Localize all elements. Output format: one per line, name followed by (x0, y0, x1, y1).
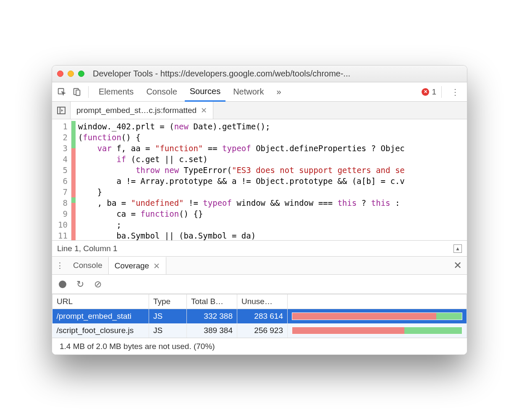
cursor-position: Line 1, Column 1 (57, 244, 118, 253)
cell-url: /prompt_embed_stati (52, 309, 149, 324)
cell-url: /script_foot_closure.js (52, 323, 149, 338)
drawer-tabs: ⋮ Console Coverage ✕ ✕ (52, 256, 467, 275)
device-toolbar-icon[interactable] (71, 86, 83, 98)
code-area[interactable]: window._402.prlt = (new Date).getTime();… (76, 119, 467, 240)
tab-network[interactable]: Network (228, 83, 269, 101)
separator (88, 86, 89, 98)
drawer-tab-label: Coverage (115, 261, 149, 270)
file-tab-label: prompt_embed_st…c.js:formatted (76, 106, 197, 115)
coverage-summary: 1.4 MB of 2.0 MB bytes are not used. (70… (52, 338, 467, 354)
table-row[interactable]: /script_foot_closure.jsJS389 384256 923 (52, 323, 467, 338)
coverage-marker (71, 132, 76, 143)
close-file-tab-icon[interactable]: ✕ (201, 106, 207, 115)
cell-unused: 283 614 (237, 309, 288, 324)
titlebar: Developer Tools - https://developers.goo… (52, 66, 467, 82)
error-icon (422, 88, 429, 96)
usage-bar (292, 312, 462, 320)
summary-text: 1.4 MB of 2.0 MB bytes are not used. (70… (60, 342, 215, 351)
error-count: 1 (432, 87, 436, 97)
coverage-toolbar: ↻ ⊘ (52, 275, 467, 294)
devtools-window: Developer Tools - https://developers.goo… (52, 65, 467, 355)
code-editor[interactable]: 1234567891011 window._402.prlt = (new Da… (52, 119, 467, 240)
line-number: 1 (58, 121, 70, 132)
editor-statusbar: Line 1, Column 1 ▲ (52, 240, 467, 256)
window-title: Developer Tools - https://developers.goo… (93, 69, 350, 79)
coverage-marker (71, 165, 76, 176)
main-toolbar: Elements Console Sources Network » 1 ⋮ (52, 82, 467, 102)
line-number: 6 (58, 176, 70, 186)
code-line[interactable]: ; (78, 219, 467, 230)
navigator-toggle-icon[interactable] (52, 102, 71, 119)
cell-type: JS (149, 323, 187, 338)
code-line[interactable]: , ba = "undefined" != typeof window && w… (78, 197, 467, 208)
close-window-button[interactable] (57, 71, 63, 77)
error-indicator[interactable]: 1 (422, 87, 436, 97)
code-line[interactable]: var f, aa = "function" == typeof Object.… (78, 143, 467, 154)
cell-type: JS (149, 309, 187, 324)
coverage-marker (71, 176, 76, 186)
cell-total: 332 388 (187, 309, 237, 324)
line-number: 2 (58, 132, 70, 143)
drawer-menu-button[interactable]: ⋮ (52, 257, 67, 274)
minimize-window-button[interactable] (68, 71, 74, 77)
separator (441, 86, 442, 98)
line-number: 3 (58, 143, 70, 154)
code-line[interactable]: a != Array.prototype && a != Object.prot… (78, 176, 467, 186)
usage-bar (292, 327, 462, 334)
coverage-marker (71, 121, 76, 132)
col-unused[interactable]: Unuse… (237, 294, 288, 309)
coverage-marker (71, 219, 76, 230)
coverage-marker (71, 143, 76, 154)
col-bar (288, 294, 467, 309)
cell-bar (288, 309, 467, 324)
code-line[interactable]: ca = function() {} (78, 208, 467, 219)
code-line[interactable]: if (c.get || c.set) (78, 154, 467, 165)
col-url[interactable]: URL (52, 294, 149, 309)
file-tabs: prompt_embed_st…c.js:formatted ✕ (52, 102, 467, 119)
coverage-table: URL Type Total B… Unuse… /prompt_embed_s… (52, 294, 467, 338)
line-gutter: 1234567891011 (52, 119, 71, 240)
line-number: 7 (58, 186, 70, 197)
table-row[interactable]: /prompt_embed_statiJS332 388283 614 (52, 309, 467, 324)
clear-icon[interactable]: ⊘ (94, 279, 102, 290)
reload-icon[interactable]: ↻ (76, 279, 84, 290)
close-drawer-tab-icon[interactable]: ✕ (153, 261, 160, 271)
tab-sources[interactable]: Sources (185, 82, 225, 102)
coverage-marker (71, 208, 76, 219)
code-line[interactable]: window._402.prlt = (new Date).getTime(); (78, 121, 467, 132)
line-number: 9 (58, 208, 70, 219)
expand-statusbar-icon[interactable]: ▲ (453, 244, 462, 253)
drawer-tab-console[interactable]: Console (67, 257, 108, 274)
line-number: 4 (58, 154, 70, 165)
cell-total: 389 384 (187, 323, 237, 338)
line-number: 11 (58, 230, 70, 240)
coverage-marker (71, 186, 76, 197)
coverage-marker (71, 154, 76, 165)
tab-elements[interactable]: Elements (94, 83, 139, 101)
table-header-row: URL Type Total B… Unuse… (52, 294, 467, 309)
line-number: 10 (58, 219, 70, 230)
code-line[interactable]: throw new TypeError("ES3 does not suppor… (78, 165, 467, 176)
settings-menu-button[interactable]: ⋮ (447, 87, 464, 97)
svg-rect-2 (76, 90, 80, 95)
record-button[interactable] (59, 281, 66, 288)
inspect-element-icon[interactable] (55, 86, 68, 98)
more-tabs-button[interactable]: » (272, 83, 286, 101)
close-drawer-icon[interactable]: ✕ (448, 257, 467, 274)
drawer-tab-coverage[interactable]: Coverage ✕ (108, 257, 166, 274)
cell-unused: 256 923 (237, 323, 288, 338)
coverage-gutter (71, 119, 76, 240)
line-number: 5 (58, 165, 70, 176)
tab-console[interactable]: Console (141, 83, 182, 101)
window-controls (57, 71, 84, 77)
maximize-window-button[interactable] (78, 71, 84, 77)
col-total[interactable]: Total B… (187, 294, 237, 309)
coverage-marker (71, 197, 76, 208)
coverage-marker (71, 230, 76, 240)
code-line[interactable]: (function() { (78, 132, 467, 143)
line-number: 8 (58, 197, 70, 208)
code-line[interactable]: ba.Symbol || (ba.Symbol = da) (78, 230, 467, 240)
col-type[interactable]: Type (149, 294, 187, 309)
file-tab[interactable]: prompt_embed_st…c.js:formatted ✕ (71, 102, 213, 119)
code-line[interactable]: } (78, 186, 467, 197)
